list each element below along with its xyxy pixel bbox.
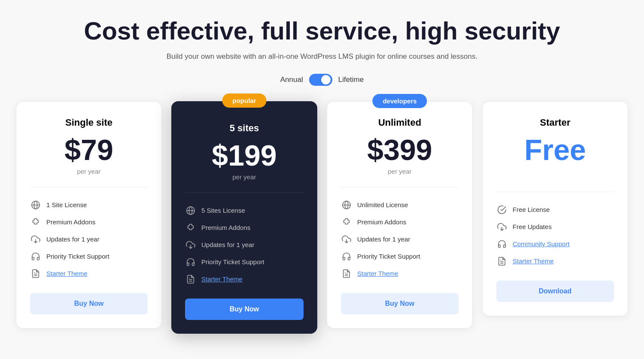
feature-item: Starter Theme: [496, 256, 614, 267]
feature-item: Free License: [496, 204, 614, 215]
feature-link[interactable]: Community Support: [513, 240, 570, 247]
toggle-thumb: [321, 75, 331, 84]
plan-card-starter: Starter Free Free License Free Updates C…: [482, 101, 628, 316]
page-subtitle: Build your own website with an all-in-on…: [84, 52, 560, 61]
puzzle-icon: [341, 217, 352, 228]
feature-link[interactable]: Starter Theme: [201, 275, 243, 283]
feature-item: Updates for 1 year: [185, 239, 304, 250]
feature-text: Updates for 1 year: [201, 241, 254, 248]
feature-text: Premium Addons: [357, 218, 406, 226]
feature-link[interactable]: Starter Theme: [357, 270, 398, 277]
feature-text: Free Updates: [513, 223, 552, 230]
cloud-download-icon: [30, 234, 41, 245]
plans-container: Single site $79 per year 1 Site License …: [9, 101, 635, 334]
puzzle-icon: [185, 222, 196, 233]
plan-badge-unlimited: developers: [372, 94, 427, 108]
feature-link[interactable]: Starter Theme: [513, 257, 554, 265]
plan-price: $79: [30, 135, 148, 164]
feature-item: Community Support: [496, 238, 614, 250]
plan-card-unlimited: developers Unlimited $399 per year Unlim…: [327, 101, 473, 329]
plan-cta-button[interactable]: Download: [496, 281, 614, 302]
lifetime-label: Lifetime: [338, 75, 364, 84]
feature-item: Starter Theme: [341, 268, 459, 279]
plan-name: Unlimited: [341, 117, 459, 128]
document-icon: [496, 256, 507, 267]
feature-item: Premium Addons: [30, 217, 148, 228]
feature-text: Premium Addons: [201, 224, 250, 231]
plan-price-amount: $79: [30, 135, 148, 164]
feature-text: Priority Ticket Support: [357, 253, 420, 260]
plan-price-period: per year: [30, 168, 148, 175]
plan-badge-five-sites: popular: [222, 94, 267, 108]
feature-item: Unlimited License: [341, 199, 459, 211]
features-list: Unlimited License Premium Addons Updates…: [341, 199, 459, 279]
features-list: 5 Sites License Premium Addons Updates f…: [185, 205, 304, 285]
plan-cta-button[interactable]: Buy Now: [341, 293, 459, 314]
headphones-icon: [30, 251, 41, 262]
feature-text: 5 Sites License: [201, 207, 245, 214]
globe-icon: [341, 199, 352, 211]
headphones-icon: [341, 251, 352, 262]
plan-divider: [341, 187, 459, 187]
annual-label: Annual: [280, 75, 303, 84]
document-icon: [30, 268, 41, 279]
plan-price-period: per year: [185, 173, 304, 181]
plan-name: Single site: [30, 117, 148, 128]
plan-divider: [496, 192, 614, 192]
feature-item: 1 Site License: [30, 199, 148, 211]
feature-text: Unlimited License: [357, 201, 408, 208]
features-list: Free License Free Updates Community Supp…: [496, 204, 614, 267]
plan-name: 5 sites: [185, 123, 304, 134]
plan-price-amount: $399: [341, 135, 459, 164]
plan-divider: [185, 193, 304, 193]
feature-item: Starter Theme: [185, 274, 304, 285]
plan-price-period: per year: [341, 168, 459, 175]
feature-item: 5 Sites License: [185, 205, 304, 216]
feature-item: Priority Ticket Support: [341, 251, 459, 262]
feature-item: Priority Ticket Support: [185, 256, 304, 268]
billing-toggle-track[interactable]: [309, 74, 332, 86]
globe-icon: [30, 199, 41, 211]
plan-price-amount: Free: [496, 135, 614, 164]
billing-toggle[interactable]: Annual Lifetime: [280, 74, 364, 86]
feature-text: Priority Ticket Support: [46, 253, 109, 260]
feature-text: Premium Addons: [46, 218, 95, 226]
features-list: 1 Site License Premium Addons Updates fo…: [30, 199, 148, 279]
puzzle-icon: [30, 217, 41, 228]
plan-price: Free: [496, 135, 614, 164]
feature-link[interactable]: Starter Theme: [46, 270, 88, 277]
feature-text: 1 Site License: [46, 201, 87, 208]
feature-item: Free Updates: [496, 221, 614, 232]
feature-text: Priority Ticket Support: [201, 258, 264, 265]
cloud-download-icon: [496, 221, 507, 232]
globe-icon: [185, 205, 196, 216]
feature-text: Free License: [513, 206, 550, 213]
plan-card-single: Single site $79 per year 1 Site License …: [16, 101, 162, 329]
plan-cta-button[interactable]: Buy Now: [185, 299, 304, 320]
plan-card-five-sites: popular 5 sites $199 per year 5 Sites Li…: [171, 101, 317, 334]
check-circle-icon: [496, 204, 507, 215]
document-icon: [341, 268, 352, 279]
headphones-icon: [496, 238, 507, 250]
feature-text: Updates for 1 year: [357, 235, 410, 243]
page-header: Cost effective, full service, high secur…: [84, 17, 560, 61]
plan-cta-button[interactable]: Buy Now: [30, 293, 148, 314]
page-title: Cost effective, full service, high secur…: [84, 17, 560, 45]
cloud-download-icon: [185, 239, 196, 250]
feature-text: Updates for 1 year: [46, 235, 99, 243]
plan-divider: [30, 187, 148, 187]
feature-item: Starter Theme: [30, 268, 148, 279]
plan-price: $399: [341, 135, 459, 164]
document-icon: [185, 274, 196, 285]
feature-item: Premium Addons: [185, 222, 304, 233]
plan-price: $199: [185, 141, 304, 170]
headphones-icon: [185, 256, 196, 268]
plan-price-amount: $199: [185, 141, 304, 170]
feature-item: Updates for 1 year: [30, 234, 148, 245]
feature-item: Priority Ticket Support: [30, 251, 148, 262]
plan-name: Starter: [496, 117, 614, 128]
feature-item: Updates for 1 year: [341, 234, 459, 245]
feature-item: Premium Addons: [341, 217, 459, 228]
cloud-download-icon: [341, 234, 352, 245]
